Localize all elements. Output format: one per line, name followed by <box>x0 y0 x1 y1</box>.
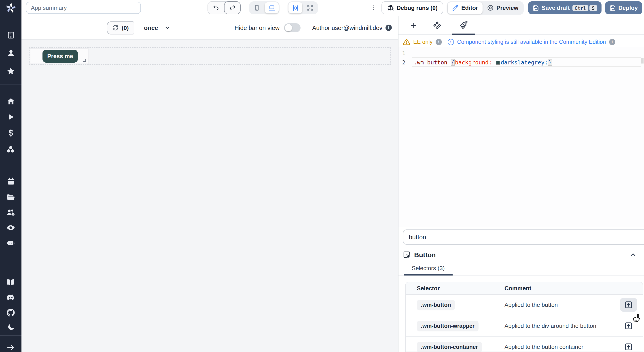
color-swatch[interactable] <box>496 60 500 65</box>
star-icon <box>6 67 15 76</box>
calendar-icon <box>6 177 15 186</box>
sidebar-item-discord[interactable] <box>0 293 22 302</box>
collapse-section-button[interactable] <box>629 251 637 258</box>
refresh-count: (0) <box>122 24 129 31</box>
component-diamonds-icon <box>433 21 441 30</box>
sidebar-item-ai[interactable] <box>0 238 22 247</box>
button-component-cell[interactable]: Press me <box>30 48 88 64</box>
apply-selector-button[interactable] <box>624 342 633 351</box>
css-helper-panel: Button Selectors (3) Selector <box>398 227 644 352</box>
info-icon[interactable]: i <box>436 39 442 45</box>
sidebar-item-theme[interactable] <box>0 322 22 332</box>
sidebar-item-groups[interactable] <box>0 208 22 217</box>
more-menu-button[interactable] <box>369 2 378 14</box>
redo-button[interactable] <box>224 1 240 14</box>
topbar: Debug runs (0) Editor Preview <box>22 0 644 16</box>
table-row: .wm-button Applied to the button <box>406 295 643 315</box>
right-panel: EE only i i Component styling is still a… <box>398 16 644 352</box>
redo-icon <box>229 4 236 11</box>
debug-runs-button[interactable]: Debug runs (0) <box>381 1 443 14</box>
tab-add-component[interactable] <box>402 16 425 34</box>
kbd-s: S <box>590 5 597 11</box>
tab-selectors[interactable]: Selectors (3) <box>404 262 452 275</box>
sidebar-item-runs[interactable] <box>0 112 22 121</box>
sidebar-item-docs[interactable] <box>0 278 22 287</box>
sidebar <box>0 0 22 352</box>
undo-button[interactable] <box>208 2 224 14</box>
warning-triangle-icon <box>403 38 410 46</box>
user-group-gear-icon <box>6 208 15 217</box>
sidebar-item-folders[interactable] <box>0 193 22 202</box>
deploy-button[interactable]: Deploy <box>605 1 642 14</box>
app-canvas: (0) once Hide bar on view Author user@wi… <box>22 16 398 352</box>
center-layout-button[interactable] <box>288 2 302 14</box>
refresh-button[interactable]: (0) <box>107 21 134 34</box>
sidebar-item-github[interactable] <box>0 308 22 317</box>
building-icon <box>6 31 15 39</box>
save-draft-button[interactable]: Save draft Ctrl S <box>528 1 601 14</box>
square-arrow-up-icon <box>624 300 633 309</box>
save-draft-label: Save draft <box>542 4 570 11</box>
paintbrush-icon <box>459 21 468 30</box>
info-icon[interactable]: i <box>609 39 616 45</box>
selectors-tab-row: Selectors (3) <box>398 262 644 276</box>
sidebar-item-home[interactable] <box>0 96 22 106</box>
book-open-icon <box>6 278 15 287</box>
selector-comment: Applied to the button container <box>504 344 584 350</box>
folder-open-icon <box>6 193 15 202</box>
info-icon[interactable]: i <box>448 39 454 45</box>
info-icon[interactable]: i <box>386 24 392 31</box>
windmill-logo[interactable] <box>0 0 22 16</box>
plus-icon <box>410 21 418 29</box>
layout-toggle-group <box>288 1 318 14</box>
main-column: Debug runs (0) Editor Preview <box>22 0 644 352</box>
overview-ruler-mark <box>641 58 644 64</box>
play-icon <box>6 112 15 121</box>
deploy-label: Deploy <box>618 4 638 11</box>
user-icon <box>6 48 15 57</box>
selector-comment: Applied to the button <box>504 302 558 308</box>
table-row: .wm-button-wrapper Applied to the div ar… <box>406 315 643 337</box>
canvas-grid[interactable]: Press me <box>22 40 398 352</box>
tab-styling[interactable] <box>452 16 475 34</box>
run-mode-dropdown[interactable]: once <box>144 24 170 31</box>
desktop-view-button[interactable] <box>265 2 278 14</box>
component-select-icon <box>403 251 410 258</box>
chevron-down-icon <box>164 24 170 31</box>
tab-preview[interactable]: Preview <box>482 2 523 14</box>
sidebar-item-audit[interactable] <box>0 223 22 232</box>
editor-label: Editor <box>461 4 478 11</box>
pencil-icon <box>452 5 459 11</box>
line-number: 2 <box>398 59 408 66</box>
apply-selector-button[interactable] <box>620 298 637 312</box>
sidebar-collapse-button[interactable] <box>0 343 22 352</box>
square-arrow-up-icon <box>624 322 633 330</box>
sidebar-item-user[interactable] <box>0 48 22 57</box>
tab-components[interactable] <box>425 16 448 34</box>
press-me-button[interactable]: Press me <box>42 50 78 62</box>
fullscreen-button[interactable] <box>303 2 317 14</box>
resize-handle[interactable] <box>83 59 86 62</box>
apply-selector-button[interactable] <box>624 322 633 330</box>
component-section-header[interactable]: Button <box>398 245 644 261</box>
panel-tabs <box>398 16 644 35</box>
mobile-view-button[interactable] <box>250 2 264 14</box>
code-line-2: 2 .wm-button {background: darkslategrey;… <box>398 58 644 67</box>
component-search-input[interactable] <box>403 230 644 245</box>
sidebar-divider <box>0 84 22 85</box>
sidebar-item-workspace[interactable] <box>0 30 22 39</box>
css-code-editor[interactable]: 1 2 .wm-button {background: darkslategre… <box>398 48 644 227</box>
tab-editor[interactable]: Editor <box>448 2 482 14</box>
app-summary-input[interactable] <box>26 2 141 14</box>
square-arrow-up-icon <box>624 342 633 351</box>
sidebar-item-resources[interactable] <box>0 145 22 154</box>
sidebar-item-variables[interactable] <box>0 128 22 137</box>
editor-preview-toggle: Editor Preview <box>447 1 524 14</box>
hide-bar-toggle[interactable] <box>284 23 300 32</box>
sidebar-item-schedules[interactable] <box>0 177 22 186</box>
selectors-table: Selector Comment .wm-button Applied to t… <box>405 282 643 352</box>
undo-redo-group <box>208 1 240 14</box>
undo-icon <box>213 4 220 11</box>
save-icon <box>609 5 616 11</box>
sidebar-item-favorites[interactable] <box>0 67 22 76</box>
